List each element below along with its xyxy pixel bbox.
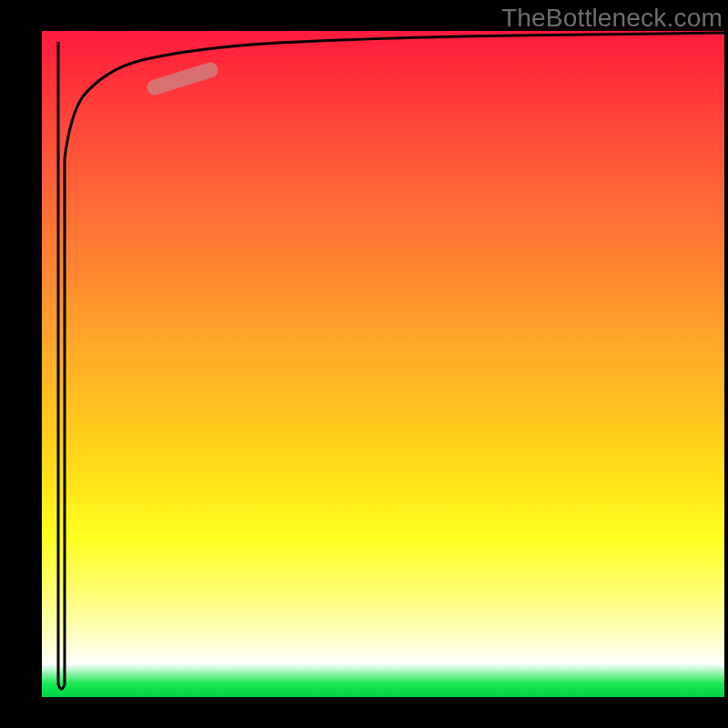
watermark-text: TheBottleneck.com [501,4,723,33]
curve-layer [42,31,724,697]
highlight-pill [155,70,210,87]
chart-canvas: TheBottleneck.com [0,0,728,728]
bottleneck-curve [65,33,724,158]
left-spike [58,42,65,689]
